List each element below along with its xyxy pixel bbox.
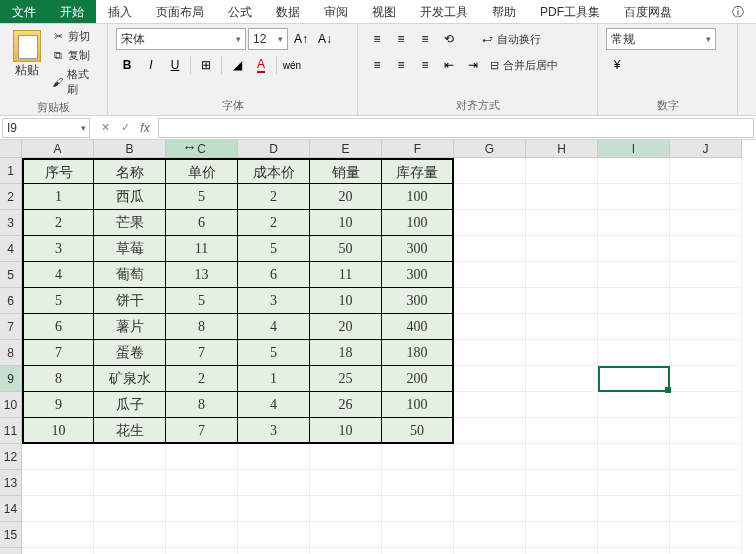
row-header-1[interactable]: 1 [0,158,22,184]
cell-H15[interactable] [526,522,598,548]
cell-F10[interactable]: 100 [382,392,454,418]
font-size-select[interactable]: 12▾ [248,28,288,50]
cell-D9[interactable]: 1 [238,366,310,392]
row-header-2[interactable]: 2 [0,184,22,210]
cell-A1[interactable]: 序号 [22,158,94,184]
cell-A2[interactable]: 1 [22,184,94,210]
cell-J2[interactable] [670,184,742,210]
cell-A7[interactable]: 6 [22,314,94,340]
cell-C9[interactable]: 2 [166,366,238,392]
row-header-4[interactable]: 4 [0,236,22,262]
row-header-12[interactable]: 12 [0,444,22,470]
cell-A12[interactable] [22,444,94,470]
cell-I13[interactable] [598,470,670,496]
cell-H1[interactable] [526,158,598,184]
cell-C6[interactable]: 5 [166,288,238,314]
cell-D5[interactable]: 6 [238,262,310,288]
cell-G5[interactable] [454,262,526,288]
tab-review[interactable]: 审阅 [312,0,360,23]
cell-G15[interactable] [454,522,526,548]
cell-H16[interactable] [526,548,598,554]
cell-D13[interactable] [238,470,310,496]
cell-J8[interactable] [670,340,742,366]
cell-C14[interactable] [166,496,238,522]
row-header-3[interactable]: 3 [0,210,22,236]
tab-help[interactable]: 帮助 [480,0,528,23]
cell-D8[interactable]: 5 [238,340,310,366]
font-color-button[interactable]: A [250,54,272,76]
cell-I16[interactable] [598,548,670,554]
cell-B1[interactable]: 名称 [94,158,166,184]
cell-E15[interactable] [310,522,382,548]
cell-C1[interactable]: 单价 [166,158,238,184]
cell-I4[interactable] [598,236,670,262]
tab-view[interactable]: 视图 [360,0,408,23]
cell-A14[interactable] [22,496,94,522]
cell-E3[interactable]: 10 [310,210,382,236]
cell-F12[interactable] [382,444,454,470]
row-header-13[interactable]: 13 [0,470,22,496]
cell-I1[interactable] [598,158,670,184]
cell-B2[interactable]: 西瓜 [94,184,166,210]
cell-G13[interactable] [454,470,526,496]
tab-layout[interactable]: 页面布局 [144,0,216,23]
cells-area[interactable]: 序号名称单价成本价销量库存量1西瓜52201002芒果62101003草莓115… [22,158,742,554]
cell-B9[interactable]: 矿泉水 [94,366,166,392]
tab-baidu[interactable]: 百度网盘 [612,0,684,23]
cell-E7[interactable]: 20 [310,314,382,340]
cell-A13[interactable] [22,470,94,496]
cell-F8[interactable]: 180 [382,340,454,366]
cell-A11[interactable]: 10 [22,418,94,444]
row-header-15[interactable]: 15 [0,522,22,548]
cancel-button[interactable]: ✕ [96,119,114,137]
cell-H7[interactable] [526,314,598,340]
cell-C10[interactable]: 8 [166,392,238,418]
cell-B6[interactable]: 饼干 [94,288,166,314]
col-header-H[interactable]: H [526,140,598,158]
cell-I15[interactable] [598,522,670,548]
col-header-D[interactable]: D [238,140,310,158]
cell-B8[interactable]: 蛋卷 [94,340,166,366]
cell-H10[interactable] [526,392,598,418]
cell-I12[interactable] [598,444,670,470]
cell-E14[interactable] [310,496,382,522]
cell-J3[interactable] [670,210,742,236]
cell-J4[interactable] [670,236,742,262]
cell-H3[interactable] [526,210,598,236]
align-center-button[interactable]: ≡ [390,54,412,76]
align-left-button[interactable]: ≡ [366,54,388,76]
cell-C13[interactable] [166,470,238,496]
cell-J7[interactable] [670,314,742,340]
cell-C5[interactable]: 13 [166,262,238,288]
cell-G4[interactable] [454,236,526,262]
cell-I6[interactable] [598,288,670,314]
cell-G11[interactable] [454,418,526,444]
cell-C12[interactable] [166,444,238,470]
tab-dev[interactable]: 开发工具 [408,0,480,23]
cell-B3[interactable]: 芒果 [94,210,166,236]
row-header-6[interactable]: 6 [0,288,22,314]
cell-J14[interactable] [670,496,742,522]
cell-D16[interactable] [238,548,310,554]
cell-C8[interactable]: 7 [166,340,238,366]
cell-I9[interactable] [598,366,670,392]
cell-B4[interactable]: 草莓 [94,236,166,262]
bold-button[interactable]: B [116,54,138,76]
row-header-10[interactable]: 10 [0,392,22,418]
cell-D1[interactable]: 成本价 [238,158,310,184]
align-top-button[interactable]: ≡ [366,28,388,50]
cut-button[interactable]: ✂剪切 [49,28,99,45]
cell-A15[interactable] [22,522,94,548]
cell-E9[interactable]: 25 [310,366,382,392]
indent-decrease-button[interactable]: ⇤ [438,54,460,76]
cell-I7[interactable] [598,314,670,340]
orientation-button[interactable]: ⟲ [438,28,460,50]
cell-F15[interactable] [382,522,454,548]
cell-B11[interactable]: 花生 [94,418,166,444]
col-header-C[interactable]: C [166,140,238,158]
cell-E8[interactable]: 18 [310,340,382,366]
col-header-G[interactable]: G [454,140,526,158]
cell-A8[interactable]: 7 [22,340,94,366]
row-header-8[interactable]: 8 [0,340,22,366]
cell-G9[interactable] [454,366,526,392]
